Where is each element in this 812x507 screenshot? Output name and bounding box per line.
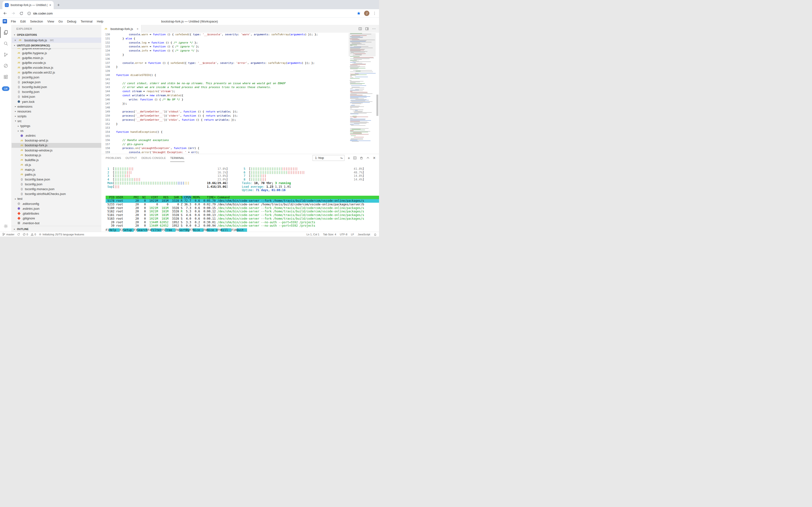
browser-menu-icon[interactable]: ⋮	[373, 11, 376, 15]
tree-file-tsconfig.monaco.json[interactable]: {}tsconfig.monaco.json	[12, 187, 101, 191]
code-area[interactable]: 130 console.warn = function () { safeSen…	[101, 33, 379, 154]
menu-selection[interactable]: Selection	[28, 19, 45, 23]
tree-file-bootstrap-window.js[interactable]: JSbootstrap-window.js	[12, 148, 101, 153]
debug-icon[interactable]	[0, 60, 12, 71]
tree-file-gulpfile.vscode.linux.js[interactable]: JSgulpfile.vscode.linux.js	[12, 65, 101, 70]
tree-file-tsconfig.build.json[interactable]: {}tsconfig.build.json	[12, 84, 101, 90]
terminal-select[interactable]: 1: htop ▾▴	[313, 155, 345, 161]
tree-file-tsconfig.base.json[interactable]: {}tsconfig.base.json	[12, 177, 101, 182]
tree-folder-typings[interactable]: ▸typings	[12, 124, 101, 128]
section-open-editors[interactable]: ▾ OPEN EDITORS	[12, 32, 101, 38]
minimap[interactable]	[349, 33, 376, 154]
split-terminal-icon[interactable]	[353, 156, 357, 160]
back-icon[interactable]	[3, 11, 7, 15]
tree-folder-extensions[interactable]: ▸extensions	[12, 104, 101, 109]
process-row-5180[interactable]: 5180 root 20 0 1021M 181M 3328 S 7.3 0.6…	[106, 206, 379, 210]
close-tab-icon[interactable]: ×	[137, 27, 138, 31]
tree-file-.mention-bot[interactable]: .mention-bot	[12, 221, 101, 225]
status-branch[interactable]: master	[2, 233, 14, 236]
telemetry-off-badge[interactable]: Off	[2, 87, 9, 91]
browser-tab[interactable]: bootstrap-fork.js — Untitled (W ×	[2, 1, 54, 9]
menu-terminal[interactable]: Terminal	[78, 19, 95, 23]
status-right-3[interactable]: LF	[351, 233, 354, 236]
process-row-5178[interactable]: 5178 root 20 0 1021M 181M 3328 R 72.7 0.…	[106, 199, 379, 203]
tree-file-gulpfile.vscode.win32.js[interactable]: JSgulpfile.vscode.win32.js	[12, 70, 101, 75]
status-right-4[interactable]: JavaScript	[358, 233, 370, 236]
tree-file-tslint.json[interactable]: {}tslint.json	[12, 94, 101, 99]
avatar[interactable]: J	[364, 11, 369, 16]
tree-file-paths.js[interactable]: JSpaths.js	[12, 172, 101, 177]
menu-go[interactable]: Go	[56, 19, 65, 23]
menu-edit[interactable]: Edit	[18, 19, 28, 23]
tree-file-gulpfile.hygiene.js[interactable]: JSgulpfile.hygiene.js	[12, 51, 101, 55]
process-row-39[interactable]: 39 root 20 0 1344M 62052 1952 S 0.0 0.2 …	[106, 224, 379, 228]
tree-folder-resources[interactable]: ▸resources	[12, 109, 101, 114]
process-row-20[interactable]: 20 root 20 0 1344M 62052 1952 S 3.3 0.2 …	[106, 221, 379, 224]
tree-file-gulpfile.extensions.js[interactable]: JSgulpfile.extensions.js	[12, 48, 101, 51]
tree-folder-test[interactable]: ▸test	[12, 196, 101, 201]
tree-folder-src[interactable]: ▾src	[12, 118, 101, 123]
kill-terminal-icon[interactable]	[360, 156, 363, 160]
tree-file-bootstrap.js[interactable]: JSbootstrap.js	[12, 153, 101, 158]
tree-file-bootstrap-amd.js[interactable]: JSbootstrap-amd.js	[12, 138, 101, 143]
tree-folder-scripts[interactable]: ▸scripts	[12, 114, 101, 118]
tree-file-buildfile.js[interactable]: JSbuildfile.js	[12, 158, 101, 162]
panel-tab-debug-console[interactable]: DEBUG CONSOLE	[141, 154, 166, 162]
reload-icon[interactable]	[19, 11, 23, 15]
panel-tab-problems[interactable]: PROBLEMS	[106, 154, 121, 162]
status-sync[interactable]	[17, 233, 20, 236]
process-row-5182[interactable]: 5182 root 20 0 1021M 181M 3328 R 5.3 0.6…	[106, 210, 379, 213]
new-terminal-icon[interactable]: +	[348, 156, 350, 160]
tree-file-.gitattributes[interactable]: .gitattributes	[12, 211, 101, 216]
source-control-icon[interactable]	[0, 49, 12, 60]
status-warning[interactable]: 0	[31, 233, 36, 236]
editor-tab[interactable]: JS bootstrap-fork.js ×	[101, 25, 141, 33]
panel-tab-output[interactable]: OUTPUT	[125, 154, 137, 162]
close-editor-icon[interactable]: ×	[13, 39, 17, 42]
menu-file[interactable]: File	[9, 19, 18, 23]
bookmark-star-icon[interactable]	[357, 11, 361, 15]
tree-file-gulpfile.vscode.js[interactable]: JSgulpfile.vscode.js	[12, 60, 101, 65]
tree-file-tsconfig.json[interactable]: {}tsconfig.json	[12, 182, 101, 187]
search-icon[interactable]	[0, 38, 12, 49]
tree-file-gulpfile.mixin.js[interactable]: JSgulpfile.mixin.js	[12, 55, 101, 60]
url-box[interactable]: ide.coder.com	[27, 12, 353, 15]
tree-file-.editorconfig[interactable]: .editorconfig	[12, 201, 101, 206]
status-gear[interactable]: Initializing JS/TS language features	[39, 233, 84, 236]
status-right-1[interactable]: Tab Size: 4	[323, 233, 336, 236]
htop-function-keys[interactable]: F1Help F2Setup F3SearchF4FilterF5Tree F6…	[106, 228, 379, 232]
status-right-2[interactable]: UTF-8	[340, 233, 348, 236]
tree-file-tsconfig.strictNullChecks.json[interactable]: {}tsconfig.strictNullChecks.json	[12, 191, 101, 196]
settings-gear-icon[interactable]	[3, 224, 8, 229]
close-panel-icon[interactable]: ✕	[373, 156, 376, 160]
tree-file-.eslintrc[interactable]: .eslintrc	[12, 133, 101, 138]
maximize-panel-icon[interactable]	[366, 156, 370, 160]
toggle-layout-icon[interactable]	[365, 27, 369, 31]
tree-file-.eslintrc.json[interactable]: .eslintrc.json	[12, 206, 101, 211]
process-row-5183[interactable]: 5183 root 20 0 1021M 181M 3328 S 4.0 0.6…	[106, 217, 379, 221]
status-error[interactable]: 0	[23, 233, 28, 236]
tab-close-icon[interactable]: ×	[49, 3, 51, 7]
new-tab-button[interactable]: +	[55, 2, 62, 8]
menu-help[interactable]: Help	[95, 19, 106, 23]
tree-file-main.js[interactable]: JSmain.js	[12, 167, 101, 172]
code-editor[interactable]: 130 console.warn = function () { safeSen…	[101, 33, 379, 154]
panel-tab-terminal[interactable]: TERMINAL	[170, 154, 184, 162]
editor-scrollbar[interactable]	[376, 33, 379, 154]
section-outline[interactable]: ▸ OUTLINE	[12, 226, 101, 232]
process-row-5181[interactable]: 5181 root 20 0 1021M 181M 3328 S 4.6 0.6…	[106, 213, 379, 217]
tree-file-package.json[interactable]: {}package.json	[12, 80, 101, 84]
scrollbar-thumb[interactable]	[376, 95, 378, 116]
section-workspace[interactable]: ▾ UNTITLED (WORKSPACE)	[12, 43, 101, 48]
split-editor-icon[interactable]	[359, 27, 362, 31]
tree-folder-vs[interactable]: ▸vs	[12, 128, 101, 133]
minimap-viewport[interactable]	[349, 33, 376, 56]
forward-icon[interactable]	[11, 11, 15, 15]
url-text[interactable]: ide.coder.com	[33, 12, 53, 15]
explorer-icon[interactable]	[0, 27, 12, 38]
process-row-5233[interactable]: 5233 root 20 0 0 0 0 Z 36.3 0.0 0:02.79 …	[106, 203, 379, 206]
tree-file-cli.js[interactable]: JScli.js	[12, 162, 101, 167]
open-editor-item[interactable]: × JS bootstrap-fork.js src	[12, 38, 101, 43]
tree-file-yarn.lock[interactable]: yarn.lock	[12, 99, 101, 104]
tree-file-bootstrap-fork.js[interactable]: JSbootstrap-fork.js	[12, 143, 101, 148]
